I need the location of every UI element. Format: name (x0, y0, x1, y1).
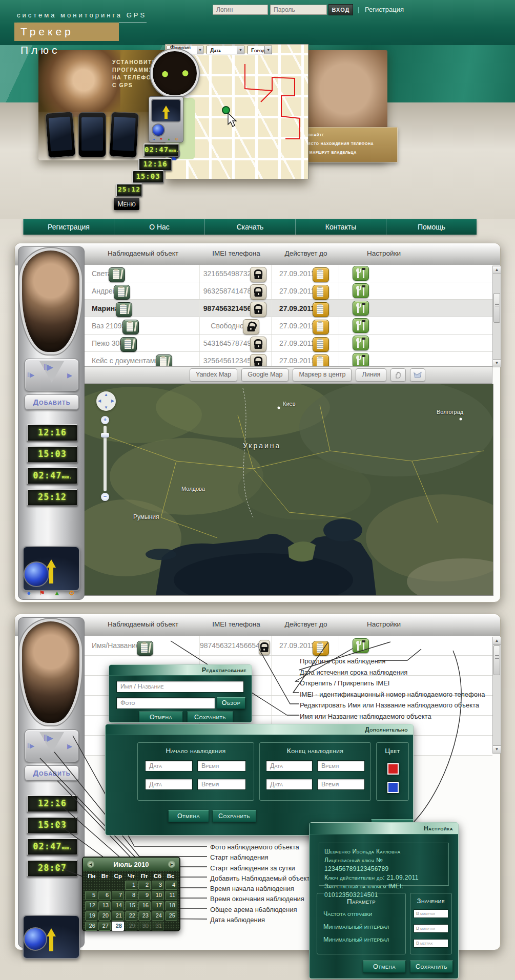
calendar-day[interactable]: 14 (112, 901, 124, 910)
calendar-day[interactable]: 26 (85, 922, 97, 931)
calendar-day[interactable] (98, 881, 111, 890)
pan-hand-button[interactable] (390, 368, 406, 382)
prolong-clipboard-icon[interactable] (313, 337, 329, 352)
filter-dropdown[interactable]: Город▼ (248, 46, 272, 54)
calendar-day[interactable]: 23 (138, 911, 151, 921)
calendar-day[interactable]: 31 (152, 922, 164, 931)
calendar-day[interactable]: 17 (152, 901, 164, 910)
table-scrollbar[interactable]: ▲ ▼ (492, 637, 501, 754)
edit-clipboard-icon[interactable] (109, 267, 125, 282)
play-slow-button[interactable]: ‖▶ (27, 742, 34, 749)
filter-dropdown[interactable]: Дата▼ (207, 46, 244, 54)
table-row[interactable]: Пежо 308 543164578749 27.09.2011 (84, 335, 492, 352)
lock-icon[interactable] (250, 337, 266, 352)
login-input[interactable] (213, 5, 268, 15)
calendar-day[interactable]: 18 (165, 901, 177, 910)
name-field[interactable]: Имя / Название (116, 681, 244, 693)
arrow-up-icon[interactable]: ▲ (54, 589, 60, 597)
save-button[interactable]: Сохранить (187, 712, 233, 723)
calendar-day[interactable]: 13 (98, 901, 111, 910)
value-input[interactable]: В минутах (414, 909, 448, 918)
end-time-field[interactable]: Время (317, 760, 365, 772)
nav-item[interactable]: Контакты (295, 219, 386, 235)
settings-tools-icon[interactable] (353, 318, 369, 333)
scroll-thumb[interactable] (493, 645, 500, 675)
play-button[interactable]: ▶ (67, 742, 72, 750)
chevron-down-icon[interactable]: ▼ (237, 46, 244, 54)
calendar-day[interactable]: 11 (165, 891, 177, 900)
end-time-field[interactable]: Время (317, 779, 365, 790)
map-zoom-slider[interactable]: + − (101, 416, 109, 501)
calendar-day[interactable] (85, 881, 97, 890)
play-slow-button[interactable]: ‖▶ (27, 371, 34, 379)
color-swatch-red[interactable] (387, 763, 399, 775)
calendar-day[interactable]: 7 (112, 891, 124, 900)
cancel-button[interactable]: Отмена (139, 712, 183, 723)
edit-clipboard-icon[interactable] (120, 337, 137, 352)
calendar-day[interactable]: 24 (152, 911, 164, 921)
play-pause-button[interactable]: ‖▶ (44, 733, 53, 743)
prolong-clipboard-icon[interactable] (313, 302, 329, 317)
start-time-field[interactable]: Время (197, 779, 246, 790)
register-link[interactable]: Регистрация (365, 6, 404, 13)
add-object-button[interactable]: Добавить (25, 765, 79, 781)
calendar-day[interactable] (112, 881, 124, 890)
calendar-prev-icon[interactable]: ◂ (87, 861, 94, 868)
enter-button[interactable]: ВХОД (328, 4, 353, 15)
lock-icon[interactable] (250, 284, 266, 300)
calendar-day[interactable]: 3 (152, 881, 164, 890)
zoom-out-button[interactable]: − (101, 493, 109, 501)
calendar-day[interactable]: 5 (85, 891, 97, 900)
cancel-button[interactable]: Отмена (168, 810, 209, 822)
table-row[interactable]: Света 321655498732 27.09.2011 (84, 265, 492, 282)
settings-tools-icon[interactable] (353, 353, 369, 368)
map-pan-control[interactable]: ▲▼ ◀▶ (96, 391, 116, 411)
calendar-day[interactable]: 20 (98, 911, 111, 921)
value-input[interactable]: В минутах (414, 924, 448, 933)
end-date-field[interactable]: Дата (266, 760, 313, 772)
calendar-day[interactable] (165, 922, 177, 931)
table-row[interactable]: Ваз 21093 Свободно 27.09.2011 (84, 317, 492, 335)
calendar-day[interactable]: 16 (138, 901, 151, 910)
settings-tools-icon[interactable] (353, 638, 369, 653)
map-mode-button[interactable]: Yandex Map (190, 368, 237, 382)
lock-icon[interactable] (250, 267, 266, 282)
map-mode-button[interactable]: Google Map (241, 368, 289, 382)
settings-tools-icon[interactable] (353, 301, 369, 316)
zoom-track[interactable] (104, 426, 107, 491)
end-date-field[interactable]: Дата (266, 779, 313, 790)
chevron-down-icon[interactable]: ▼ (264, 46, 272, 54)
save-button[interactable]: Сохранить (410, 961, 453, 973)
calendar-day[interactable]: 27 (98, 922, 111, 931)
calendar-day[interactable]: 29 (125, 922, 137, 931)
table-row[interactable]: Имя/Название 987456321456654 27.09.2011 (84, 636, 492, 656)
calendar-day[interactable]: 12 (85, 901, 97, 910)
globe-icon[interactable]: ● (27, 589, 31, 597)
calendar-day[interactable]: 9 (138, 891, 151, 900)
calendar-day[interactable]: 30 (138, 922, 151, 931)
nav-item[interactable]: Регистрация (23, 219, 114, 235)
cancel-button[interactable]: Отмена (363, 961, 406, 973)
calendar-day[interactable]: 6 (98, 891, 111, 900)
browse-button[interactable]: Обзор (217, 697, 245, 709)
table-row[interactable]: Андрей 963258741478 27.09.2011 (84, 282, 492, 300)
scroll-down-arrow[interactable]: ▼ (493, 359, 501, 367)
start-date-field[interactable]: Дата (145, 779, 193, 790)
calendar-day[interactable]: 1 (125, 881, 137, 890)
map-mode-button[interactable]: Линия (356, 368, 386, 382)
zoom-in-button[interactable]: + (101, 416, 109, 424)
calendar-day[interactable]: 21 (112, 911, 124, 921)
prolong-clipboard-icon[interactable] (313, 641, 329, 656)
scroll-up-arrow[interactable]: ▲ (493, 637, 501, 645)
settings-tools-icon[interactable] (353, 336, 369, 350)
calendar-next-icon[interactable]: ▸ (168, 861, 175, 868)
lock-icon[interactable] (250, 302, 266, 317)
table-row[interactable]: Марина 987456321456 27.09.2011 (84, 300, 492, 317)
color-swatch-blue[interactable] (387, 782, 399, 793)
prolong-clipboard-icon[interactable] (313, 267, 329, 282)
settings-tools-icon[interactable] (353, 266, 369, 281)
prolong-clipboard-icon[interactable] (313, 285, 329, 300)
lock-icon[interactable] (259, 640, 270, 655)
calendar-day[interactable]: 8 (125, 891, 137, 900)
nav-item[interactable]: Помощь (386, 219, 477, 235)
